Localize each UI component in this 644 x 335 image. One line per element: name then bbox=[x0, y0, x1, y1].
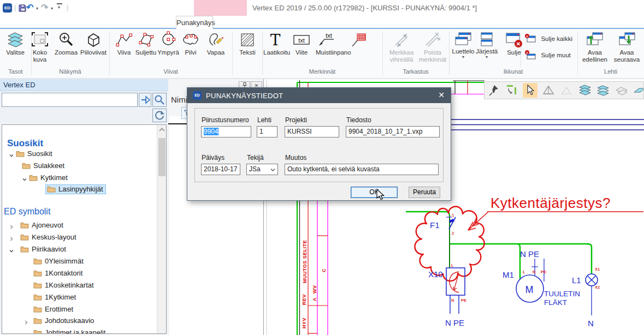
tree-scrollbar[interactable] bbox=[157, 125, 166, 333]
ribbon-button-avaa-edellinen[interactable]: Avaa edellinen bbox=[579, 31, 611, 69]
dialog-close-button[interactable]: ✕ bbox=[436, 91, 446, 99]
ribbon-button-sulje-muut[interactable]: ✕ Sulje muut bbox=[524, 50, 577, 66]
redo-dropdown-icon[interactable]: ▾ bbox=[51, 7, 53, 11]
pin-tool[interactable] bbox=[486, 83, 501, 98]
layers-stack-tool[interactable] bbox=[577, 83, 592, 98]
dialog-titlebar[interactable]: ED PUNAKYNÄYSTIEDOT ✕ bbox=[187, 88, 451, 103]
tree-item-body[interactable]: Johdotuskaavio bbox=[32, 316, 97, 326]
ribbon-button-viiva[interactable]: Viiva bbox=[112, 31, 136, 69]
ribbon-button-teksti[interactable]: T Laatikoitu bbox=[263, 31, 287, 69]
tree-item-body[interactable]: Suosikit bbox=[14, 149, 55, 159]
ribbon-button-vapaa[interactable]: Vapaa bbox=[203, 31, 228, 69]
tree-expander[interactable] bbox=[9, 223, 14, 231]
tree-expander[interactable] bbox=[9, 247, 14, 255]
tree-item-suosikit[interactable]: Suosikit bbox=[2, 149, 157, 160]
triangle-tool[interactable] bbox=[541, 83, 556, 98]
flip-rotate-tool[interactable] bbox=[504, 83, 519, 98]
tree-item-body[interactable]: Kytkimet bbox=[27, 173, 70, 183]
save-icon[interactable] bbox=[18, 4, 27, 13]
layers-flat-tool[interactable] bbox=[614, 83, 629, 98]
chevron-down-icon[interactable] bbox=[9, 153, 14, 158]
triangle-dashed-tool[interactable] bbox=[559, 83, 574, 98]
undo-icon[interactable]: ↶ bbox=[26, 2, 33, 13]
tree-item-keskus-layout[interactable]: Keskus-layout bbox=[2, 232, 157, 243]
scroll-up-icon[interactable] bbox=[159, 128, 165, 132]
ribbon-button-viite[interactable]: txt Muistiinpano bbox=[316, 31, 338, 69]
dropdown-arrow-icon[interactable]: ▾ bbox=[452, 55, 475, 59]
ribbon-button-avaa-seuraava[interactable]: Avaa seuraava bbox=[611, 31, 642, 69]
ribbon-button-luettelo[interactable]: Luettelo ▾ bbox=[452, 31, 475, 69]
tree-item-1kosketinkartat[interactable]: 1Kosketinkartat bbox=[2, 280, 157, 291]
muutos-input[interactable]: Outo kytkentä, ei selviä kuvasta bbox=[285, 164, 439, 175]
go-button[interactable] bbox=[139, 93, 151, 107]
tree-item-sulakkeet[interactable]: Sulakkeet bbox=[2, 161, 157, 172]
ribbon-button-pilvi[interactable]: Pilvi bbox=[180, 31, 202, 69]
refresh-button[interactable] bbox=[152, 109, 167, 122]
tree-item-body[interactable]: 1Kontaktorit bbox=[32, 268, 85, 278]
redo-icon[interactable]: ↷ bbox=[41, 2, 48, 13]
cancel-button[interactable]: Peruuta bbox=[409, 187, 440, 198]
customize-quick-access-arrow[interactable]: ▾ bbox=[58, 5, 60, 10]
ribbon-button-sulje-kaikki[interactable]: ✕ Sulje kaikki bbox=[524, 33, 577, 50]
piirustusnumero-input[interactable]: 9904 bbox=[201, 126, 251, 137]
tree-expander[interactable] bbox=[22, 176, 27, 184]
scrollbar-thumb[interactable] bbox=[158, 138, 166, 176]
ribbon-button-sulje[interactable]: ✕ Sulje bbox=[503, 31, 525, 69]
tree-item-body[interactable]: Johtimet ja kaapelit bbox=[32, 328, 108, 334]
tekija-select[interactable]: JSa bbox=[246, 164, 278, 175]
ribbon-button-laatikoitu[interactable]: txt Viite bbox=[287, 31, 316, 69]
ok-button[interactable]: OK bbox=[351, 187, 398, 198]
tiedosto-input[interactable]: 9904_2018_10_17_1.vxp bbox=[346, 126, 440, 137]
tree-item-lasinpyyhkij-t[interactable]: Lasinpyyhkijät bbox=[2, 184, 157, 195]
tree-item-body[interactable]: Erottimet bbox=[32, 304, 76, 314]
tree-item-body[interactable]: Piirikaaviot bbox=[19, 244, 69, 254]
ribbon-button-piiloviivat[interactable]: Piiloviivat bbox=[80, 31, 107, 69]
tree-item-kytkimet[interactable]: Kytkimet bbox=[2, 173, 157, 184]
chevron-down-icon[interactable] bbox=[22, 177, 27, 182]
chevron-down-icon[interactable] bbox=[9, 248, 14, 254]
paivays-input[interactable]: 2018-10-17 bbox=[201, 164, 240, 175]
chevron-right-icon[interactable] bbox=[9, 236, 14, 242]
layer-parallelogram-tool[interactable] bbox=[633, 83, 644, 98]
tree-expander[interactable] bbox=[9, 152, 14, 160]
tree-item-ajoneuvot[interactable]: Ajoneuvot bbox=[2, 220, 157, 231]
tree-item-erottimet[interactable]: Erottimet bbox=[2, 304, 157, 315]
customize-quick-access-icon[interactable] bbox=[57, 3, 62, 4]
tab-punakynays[interactable]: Punakynäys bbox=[176, 16, 213, 29]
tree-item-body[interactable]: Keskus-layout bbox=[19, 232, 79, 242]
ribbon-button-koko-kuva[interactable]: Koko kuva bbox=[28, 31, 52, 69]
tree-expander[interactable] bbox=[23, 319, 29, 327]
ribbon-button-valitse[interactable]: Valitse bbox=[2, 31, 28, 69]
lehti-input[interactable]: 1 bbox=[257, 126, 277, 137]
tree-item-piirikaaviot[interactable]: Piirikaaviot bbox=[2, 244, 157, 255]
ribbon-button-zoomaa[interactable]: Zoomaa bbox=[53, 31, 79, 69]
tree-item-body[interactable]: 1Kytkimet bbox=[32, 292, 79, 302]
sidebar-header[interactable]: Vertex ED bbox=[0, 79, 168, 91]
tree-item-johtimet-ja-kaapelit[interactable]: Johtimet ja kaapelit bbox=[2, 328, 157, 334]
tree-item-1kytkimet[interactable]: 1Kytkimet bbox=[2, 292, 157, 303]
symbol-tree-panel[interactable]: SuosikitSuosikitSulakkeetKytkimetLasinpy… bbox=[2, 124, 167, 334]
tree-item-0yleisimm-t[interactable]: 0Yleisimmät bbox=[2, 256, 157, 267]
ribbon-button-kuvio[interactable]: Teksti bbox=[234, 31, 261, 69]
select-cursor-tool[interactable] bbox=[523, 83, 537, 98]
projekti-input[interactable]: KURSSI bbox=[285, 126, 339, 137]
search-input[interactable] bbox=[2, 93, 138, 107]
tree-item-body[interactable]: Ajoneuvot bbox=[19, 220, 66, 230]
search-button[interactable] bbox=[152, 93, 167, 107]
layers-stack-2-tool[interactable] bbox=[596, 83, 611, 98]
tree-expander[interactable] bbox=[9, 235, 14, 243]
tree-item-1kontaktorit[interactable]: 1Kontaktorit bbox=[2, 268, 157, 279]
tree-item-body[interactable]: Lasinpyyhkijät bbox=[45, 184, 106, 194]
drop-arrow-icon[interactable]: ▾ bbox=[476, 55, 498, 59]
ribbon-button-ympyra[interactable]: Ympyrä bbox=[156, 31, 180, 69]
chevron-right-icon[interactable] bbox=[23, 320, 29, 325]
tree-item-johdotuskaavio[interactable]: Johdotuskaavio bbox=[2, 316, 157, 327]
ribbon-button-muistiinpano[interactable] bbox=[338, 31, 380, 69]
undo-dropdown-icon[interactable]: ▾ bbox=[36, 7, 38, 11]
chevron-right-icon[interactable] bbox=[9, 224, 14, 230]
tree-item-body[interactable]: 1Kosketinkartat bbox=[32, 280, 97, 290]
ribbon-button-suljettu[interactable]: Suljettu bbox=[133, 31, 158, 69]
tree-item-body[interactable]: 0Yleisimmät bbox=[32, 256, 86, 266]
ribbon-button-jarjesta[interactable]: Järjestä ▾ bbox=[476, 31, 498, 69]
tree-item-body[interactable]: Sulakkeet bbox=[20, 161, 67, 171]
